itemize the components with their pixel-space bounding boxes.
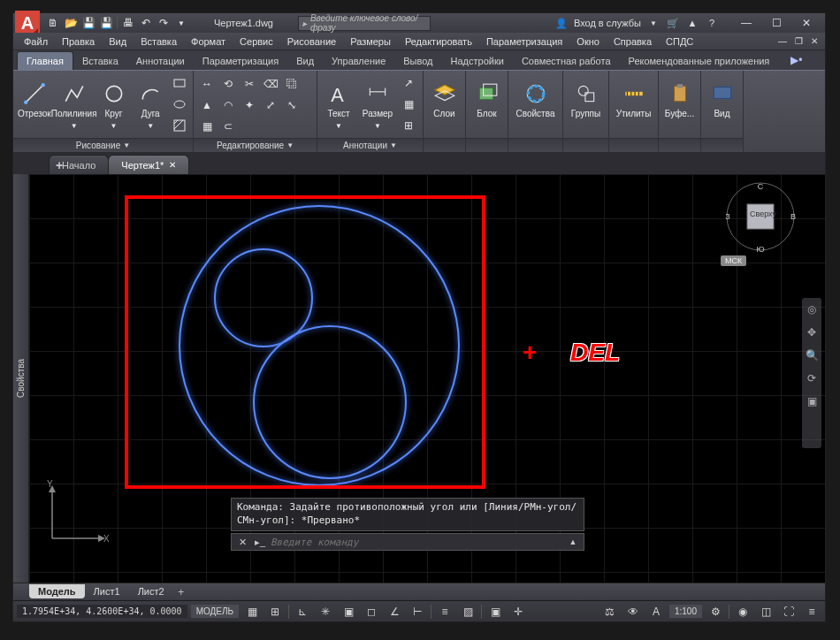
view-button[interactable]: Вид bbox=[705, 77, 739, 132]
minimize-button[interactable]: — bbox=[731, 13, 761, 33]
ribbon-tab-insert[interactable]: Вставка bbox=[73, 52, 127, 70]
customize-status-icon[interactable]: ≡ bbox=[802, 603, 821, 621]
viewcube-top-label[interactable]: Сверху bbox=[750, 210, 776, 218]
groups-button[interactable]: Группы bbox=[567, 77, 605, 132]
menu-format[interactable]: Формат bbox=[186, 34, 231, 49]
polar-toggle-icon[interactable]: ✳ bbox=[316, 603, 335, 621]
user-icon[interactable]: 👤 bbox=[554, 16, 569, 30]
qat-plot-icon[interactable]: 🖶 bbox=[120, 15, 136, 31]
explode-icon[interactable]: ✦ bbox=[240, 95, 259, 115]
mirror-icon[interactable]: ▲ bbox=[197, 95, 217, 115]
clipboard-button[interactable]: Буфе... bbox=[662, 77, 697, 132]
ribbon-tab-collaborate[interactable]: Совместная работа bbox=[513, 52, 620, 70]
layers-button[interactable]: Слои bbox=[427, 77, 462, 132]
menu-draw[interactable]: Рисование bbox=[282, 34, 341, 49]
cart-icon[interactable]: 🛒 bbox=[666, 16, 680, 30]
ribbon-help-icon[interactable]: ▶• bbox=[783, 50, 809, 70]
menu-insert[interactable]: Вставка bbox=[135, 34, 182, 49]
qat-saveas-icon[interactable]: 💾 bbox=[98, 15, 114, 31]
signin-dropdown-icon[interactable]: ▼ bbox=[646, 16, 661, 30]
nav-pan-icon[interactable]: ✥ bbox=[804, 324, 820, 340]
dimension-button[interactable]: Размер▼ bbox=[358, 77, 397, 132]
cmd-menu-icon[interactable]: ▲ bbox=[566, 535, 580, 549]
menu-dim[interactable]: Размеры bbox=[345, 34, 396, 49]
autodesk-icon[interactable]: ▲ bbox=[685, 16, 699, 30]
new-tab-button[interactable]: + bbox=[49, 156, 70, 174]
annotation-scale-icon[interactable]: ⚖ bbox=[600, 603, 620, 621]
ribbon-tab-addins[interactable]: Надстройки bbox=[442, 52, 513, 70]
isolate-objects-icon[interactable]: ◫ bbox=[756, 603, 775, 621]
selection-cycling-icon[interactable]: ▣ bbox=[485, 603, 505, 621]
menu-modify[interactable]: Редактировать bbox=[400, 34, 477, 49]
utilities-button[interactable]: Утилиты bbox=[613, 77, 654, 132]
maximize-button[interactable]: ☐ bbox=[761, 13, 791, 33]
doc-minimize-button[interactable]: — bbox=[775, 35, 790, 48]
properties-button[interactable]: Свойства bbox=[512, 77, 559, 132]
circle-button[interactable]: Круг▼ bbox=[96, 77, 132, 132]
line-button[interactable]: Отрезок bbox=[17, 77, 52, 132]
nav-zoom-icon[interactable]: 🔍 bbox=[804, 347, 820, 363]
3dosnap-icon[interactable]: ∠ bbox=[385, 603, 404, 621]
menu-param[interactable]: Параметризация bbox=[481, 34, 568, 49]
doc-tab-drawing1[interactable]: Чертеж1*✕ bbox=[108, 155, 189, 174]
command-input[interactable] bbox=[271, 537, 562, 548]
rotate-icon[interactable]: ⟲ bbox=[218, 74, 238, 94]
table-icon[interactable]: ▦ bbox=[399, 95, 418, 114]
ellipse-icon[interactable] bbox=[170, 95, 189, 114]
stretch-icon[interactable]: ⤢ bbox=[261, 95, 280, 115]
menu-view[interactable]: Вид bbox=[103, 34, 132, 49]
doc-restore-button[interactable]: ❐ bbox=[791, 35, 806, 48]
coordinates-readout[interactable]: 1.7954E+34, 4.2600E+34, 0.0000 bbox=[17, 605, 187, 618]
fillet-icon[interactable]: ◠ bbox=[218, 95, 238, 115]
array-icon[interactable]: ▦ bbox=[197, 117, 217, 136]
lineweight-icon[interactable]: ≡ bbox=[435, 603, 454, 621]
grid-toggle-icon[interactable]: ▦ bbox=[242, 603, 262, 621]
app-logo[interactable]: A bbox=[15, 11, 40, 35]
cmd-close-icon[interactable]: ✕ bbox=[235, 535, 249, 549]
signin-link[interactable]: Вход в службы bbox=[574, 18, 641, 28]
qat-new-icon[interactable]: 🗎 bbox=[45, 15, 61, 31]
rectangle-icon[interactable] bbox=[170, 73, 189, 93]
help-icon[interactable]: ? bbox=[705, 16, 719, 30]
hatch-icon[interactable] bbox=[170, 116, 189, 135]
annotation-visibility-icon[interactable]: 👁 bbox=[623, 603, 643, 621]
model-space-button[interactable]: МОДЕЛЬ bbox=[191, 605, 239, 618]
ribbon-tab-featured[interactable]: Рекомендованные приложения bbox=[620, 52, 779, 70]
leader-icon[interactable]: ↗ bbox=[399, 73, 418, 93]
ribbon-tab-annotate[interactable]: Аннотации bbox=[127, 52, 194, 70]
properties-palette-tab[interactable]: Свойства bbox=[13, 174, 29, 583]
ortho-toggle-icon[interactable]: ⊾ bbox=[293, 603, 312, 621]
command-line[interactable]: ✕ ▸_ ▲ bbox=[231, 533, 584, 551]
nav-wheel-icon[interactable]: ◎ bbox=[804, 301, 820, 317]
nav-showmotion-icon[interactable]: ▣ bbox=[804, 393, 820, 409]
snap-toggle-icon[interactable]: ⊞ bbox=[265, 603, 285, 621]
mtext-icon[interactable]: ⊞ bbox=[399, 116, 418, 135]
block-button[interactable]: Блок bbox=[470, 77, 504, 132]
ribbon-tab-home[interactable]: Главная bbox=[17, 51, 73, 70]
drawing-canvas[interactable]: + DEL Y X С Ю В З Сверху МСК ◎ ✥ 🔍 ⟳ ▣ К… bbox=[29, 174, 825, 583]
scale-icon[interactable]: ⤡ bbox=[282, 95, 302, 115]
trim-icon[interactable]: ✂ bbox=[240, 74, 259, 94]
close-button[interactable]: ✕ bbox=[791, 13, 821, 33]
qat-redo-icon[interactable]: ↷ bbox=[156, 15, 172, 31]
model-tab[interactable]: Модель bbox=[29, 584, 85, 598]
offset-icon[interactable]: ⊂ bbox=[218, 117, 238, 136]
polyline-button[interactable]: Полилиния▼ bbox=[54, 77, 95, 132]
hardware-accel-icon[interactable]: ◉ bbox=[733, 603, 752, 621]
menu-file[interactable]: Файл bbox=[19, 34, 53, 49]
ribbon-tab-parametric[interactable]: Параметризация bbox=[194, 52, 287, 70]
nav-orbit-icon[interactable]: ⟳ bbox=[804, 370, 820, 386]
workspace-switch-icon[interactable]: ⚙ bbox=[706, 603, 725, 621]
copy-icon[interactable]: ⿻ bbox=[282, 74, 302, 94]
qat-dropdown-icon[interactable]: ▼ bbox=[173, 15, 189, 31]
layout2-tab[interactable]: Лист2 bbox=[129, 584, 173, 598]
ribbon-tab-view[interactable]: Вид bbox=[287, 52, 323, 70]
qat-open-icon[interactable]: 📂 bbox=[63, 15, 79, 31]
transparency-icon[interactable]: ▨ bbox=[458, 603, 477, 621]
otrack-icon[interactable]: ⊢ bbox=[408, 603, 427, 621]
wcs-label[interactable]: МСК bbox=[721, 255, 746, 266]
search-input[interactable]: ▸Введите ключевое слово/фразу bbox=[298, 16, 431, 31]
menu-spds[interactable]: СПДС bbox=[661, 34, 699, 49]
clean-screen-icon[interactable]: ⛶ bbox=[779, 603, 798, 621]
text-button[interactable]: A Текст▼ bbox=[321, 77, 356, 132]
